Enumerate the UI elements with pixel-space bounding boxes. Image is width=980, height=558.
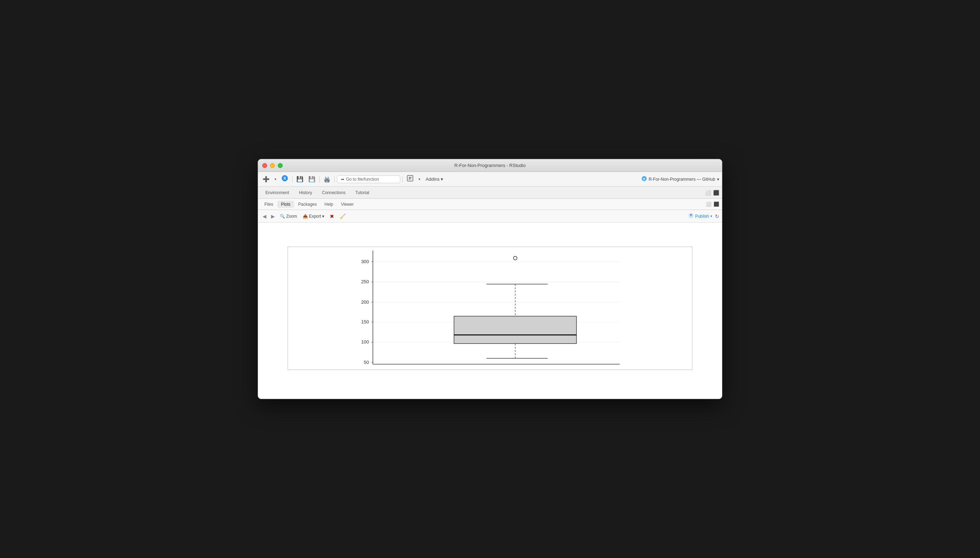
github-dropdown-icon: ▾ (717, 177, 719, 182)
plot-container: 50 100 150 200 250 300 (288, 246, 692, 371)
broom-icon: 🧹 (340, 213, 346, 219)
rstudio-window: R-For-Non-Programmers - RStudio ➕ ▾ R 💾 … (258, 159, 722, 399)
maximize-button[interactable] (278, 163, 283, 168)
github-button[interactable]: R R-For-Non-Programmers — GitHub ▾ (641, 176, 719, 182)
save-icon: 💾 (296, 176, 303, 182)
window-controls (262, 163, 283, 168)
panel-window-icon[interactable]: ⬜ (705, 190, 711, 195)
tab-files[interactable]: Files (261, 201, 276, 208)
print-button[interactable]: 🖨️ (322, 175, 332, 184)
svg-text:R: R (643, 177, 645, 181)
go-to-file-input[interactable]: ➡ Go to file/function (337, 176, 400, 183)
export-dropdown-icon: ▾ (322, 214, 324, 219)
addins-dropdown-icon: ▾ (441, 177, 443, 182)
publish-dropdown-icon: ▾ (710, 214, 712, 218)
svg-text:100: 100 (361, 339, 369, 345)
upper-panel-tabs: Environment History Connections Tutorial… (258, 187, 722, 199)
tab-tutorial[interactable]: Tutorial (351, 189, 374, 197)
new-file-dropdown[interactable]: ▾ (273, 176, 278, 182)
publish-label: Publish (695, 214, 709, 219)
tab-viewer[interactable]: Viewer (337, 201, 357, 208)
next-plot-button[interactable]: ▶ (269, 213, 276, 220)
zoom-button[interactable]: 🔍 Zoom (278, 213, 299, 220)
refresh-icon: ↻ (715, 213, 719, 219)
svg-text:200: 200 (361, 299, 369, 305)
refresh-button[interactable]: ↻ (715, 213, 719, 219)
boxplot-svg: 50 100 150 200 250 300 (288, 246, 692, 370)
window-title: R-For-Non-Programmers - RStudio (455, 163, 525, 168)
export-icon: 📤 (303, 214, 308, 219)
boxplot-box (454, 316, 577, 344)
addins-label: Addins (425, 177, 440, 182)
save-button[interactable]: 💾 (294, 175, 305, 184)
save-all-button[interactable]: 💾 (307, 175, 317, 184)
export-button[interactable]: 📤 Export ▾ (301, 213, 327, 220)
lower-panel-tabs: Files Plots Packages Help Viewer ⬜ ⬛ (258, 199, 722, 210)
zoom-icon: 🔍 (280, 214, 285, 219)
save-all-icon: 💾 (308, 176, 316, 182)
close-button[interactable] (262, 163, 267, 168)
code-tools-dropdown[interactable]: ▾ (417, 176, 422, 182)
project-icon: R (281, 175, 288, 184)
tab-environment[interactable]: Environment (261, 189, 294, 197)
tab-plots[interactable]: Plots (277, 201, 294, 208)
panel-tab-icons: ⬜ ⬛ (705, 190, 719, 195)
minimize-button[interactable] (270, 163, 275, 168)
plot-toolbar: ◀ ▶ 🔍 Zoom 📤 Export ▾ ✖ 🧹 Publish ▾ (258, 210, 722, 223)
broom-button[interactable]: 🧹 (337, 213, 348, 220)
plot-area: 50 100 150 200 250 300 (258, 223, 722, 399)
lower-expand-icon[interactable]: ⬛ (713, 202, 719, 207)
code-tools-dropdown-icon: ▾ (419, 177, 420, 181)
clear-icon: ✖ (330, 213, 334, 219)
tab-help[interactable]: Help (321, 201, 337, 208)
go-to-file-arrow-icon: ➡ (341, 177, 344, 182)
dropdown-arrow-icon: ▾ (275, 177, 276, 181)
github-label: R-For-Non-Programmers — GitHub (649, 177, 715, 182)
go-to-file-label: Go to file/function (346, 177, 379, 182)
title-bar: R-For-Non-Programmers - RStudio (258, 159, 722, 172)
outlier-point (514, 256, 517, 260)
panel-expand-icon[interactable]: ⬛ (713, 190, 719, 195)
code-tools-icon (407, 175, 414, 184)
svg-text:300: 300 (361, 259, 369, 264)
svg-text:50: 50 (364, 359, 369, 365)
lower-window-icon[interactable]: ⬜ (706, 202, 712, 207)
clear-plot-button[interactable]: ✖ (328, 213, 336, 220)
addins-button[interactable]: Addins ▾ (424, 176, 445, 183)
publish-button[interactable]: Publish ▾ (688, 213, 712, 220)
tab-history[interactable]: History (294, 189, 316, 197)
new-file-icon: ➕ (263, 176, 270, 182)
print-icon: 🖨️ (324, 176, 330, 182)
svg-text:R: R (283, 177, 286, 181)
open-project-button[interactable]: R (280, 174, 290, 185)
prev-plot-button[interactable]: ◀ (261, 213, 268, 220)
main-toolbar: ➕ ▾ R 💾 💾 🖨️ ➡ Go to file/function (258, 172, 722, 187)
lower-panel-icons: ⬜ ⬛ (706, 202, 719, 207)
tab-connections[interactable]: Connections (317, 189, 350, 197)
zoom-label: Zoom (286, 214, 297, 219)
code-tools-button[interactable] (405, 174, 416, 185)
svg-text:250: 250 (361, 279, 369, 284)
export-label: Export (309, 214, 321, 219)
new-file-button[interactable]: ➕ (261, 175, 272, 184)
svg-text:150: 150 (361, 319, 369, 325)
tab-packages[interactable]: Packages (294, 201, 320, 208)
github-icon: R (641, 176, 647, 182)
publish-icon (688, 213, 694, 220)
